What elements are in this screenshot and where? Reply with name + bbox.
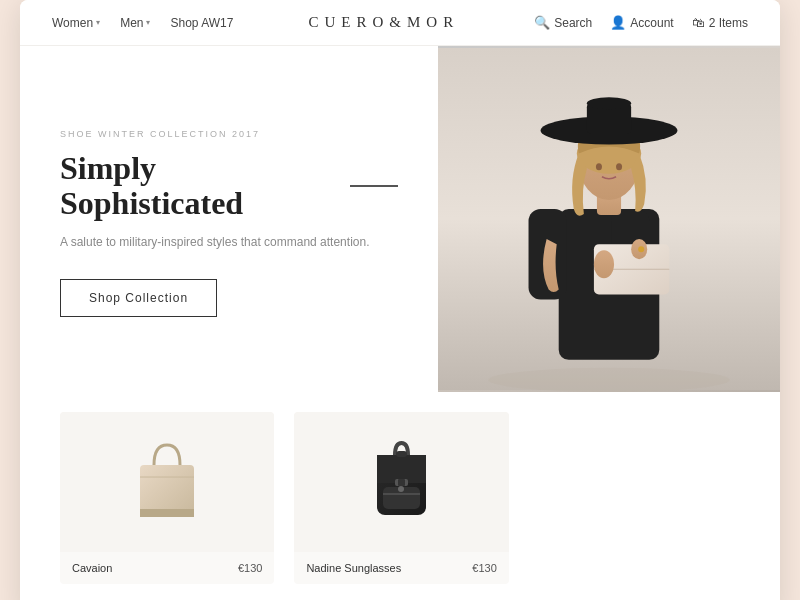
account-button[interactable]: 👤 Account (610, 15, 673, 30)
nav-item-shopaw17[interactable]: Shop AW17 (170, 16, 233, 30)
product-card-2[interactable]: Nadine Sunglasses €130 (294, 412, 508, 584)
browser-window: Women ▾ Men ▾ Shop AW17 CUERO&MOR 🔍 Sear… (20, 0, 780, 600)
hero-subtitle: A salute to military-inspired styles tha… (60, 233, 398, 251)
svg-rect-20 (140, 509, 194, 517)
svg-point-12 (616, 163, 622, 170)
products-section: Cavaion €130 (20, 392, 780, 600)
search-icon: 🔍 (534, 15, 550, 30)
hero-image (438, 46, 780, 392)
hero-title-row: Simply Sophisticated (60, 151, 398, 221)
chevron-icon: ▾ (96, 18, 100, 27)
svg-point-15 (594, 250, 614, 278)
hero-divider (350, 185, 398, 187)
cart-button[interactable]: 🛍 2 Items (692, 15, 748, 30)
svg-point-11 (596, 163, 602, 170)
product-price-1: €130 (238, 562, 262, 574)
hero-content: SHOE WINTER COLLECTION 2017 Simply Sophi… (20, 46, 438, 392)
backpack-icon (369, 437, 434, 527)
shop-collection-button[interactable]: Shop Collection (60, 279, 217, 317)
search-button[interactable]: 🔍 Search (534, 15, 592, 30)
product-name-1: Cavaion (72, 562, 112, 574)
svg-rect-25 (377, 455, 426, 483)
product-card-1[interactable]: Cavaion €130 (60, 412, 274, 584)
product-info-2: Nadine Sunglasses €130 (294, 552, 508, 584)
svg-point-24 (398, 486, 404, 492)
nav-item-women[interactable]: Women ▾ (52, 16, 100, 30)
chevron-icon: ▾ (146, 18, 150, 27)
bag-icon: 🛍 (692, 15, 705, 30)
hero-eyebrow: SHOE WINTER COLLECTION 2017 (60, 129, 398, 139)
nav-right: 🔍 Search 👤 Account 🛍 2 Items (534, 15, 748, 30)
navbar: Women ▾ Men ▾ Shop AW17 CUERO&MOR 🔍 Sear… (20, 0, 780, 46)
hero-section: SHOE WINTER COLLECTION 2017 Simply Sophi… (20, 46, 780, 392)
svg-point-10 (587, 97, 631, 109)
svg-point-17 (638, 246, 644, 252)
svg-point-1 (488, 368, 729, 392)
user-icon: 👤 (610, 15, 626, 30)
product-price-2: €130 (472, 562, 496, 574)
product-image-2 (294, 412, 508, 552)
product-info-1: Cavaion €130 (60, 552, 274, 584)
product-image-1 (60, 412, 274, 552)
hero-title: Simply Sophisticated (60, 151, 334, 221)
hero-figure-svg (438, 46, 780, 392)
svg-rect-28 (396, 451, 407, 457)
nav-item-men[interactable]: Men ▾ (120, 16, 150, 30)
svg-rect-27 (398, 479, 405, 486)
tote-bag-icon (132, 437, 202, 527)
brand-logo[interactable]: CUERO&MOR (233, 14, 534, 31)
product-name-2: Nadine Sunglasses (306, 562, 401, 574)
nav-left: Women ▾ Men ▾ Shop AW17 (52, 16, 233, 30)
